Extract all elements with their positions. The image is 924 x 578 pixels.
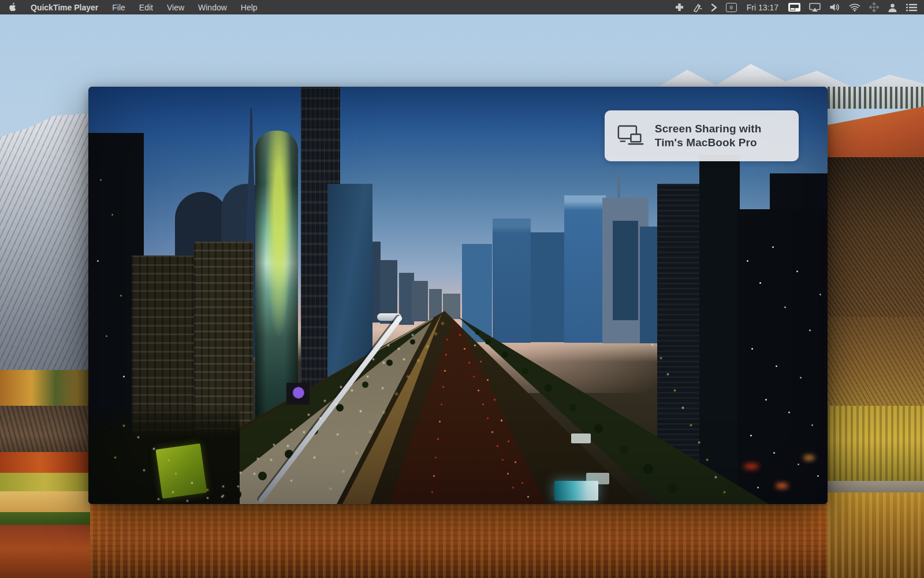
wallpaper-orange-slope-right <box>828 106 924 160</box>
calendar-icon[interactable]: 9 <box>726 0 737 14</box>
apple-logo-icon <box>9 2 17 12</box>
menu-bar: QuickTime Player File Edit View Window H… <box>0 0 924 14</box>
wallpaper-autumn-treeline <box>0 370 90 408</box>
wallpaper-lake-gold-reflection <box>828 492 924 578</box>
wallpaper-yellow-bushes-left <box>0 473 90 494</box>
screen-sharing-overlay: Screen Sharing with Tim's MacBook Pro <box>605 110 799 161</box>
calendar-day-number: 9 <box>730 5 733 10</box>
wallpaper-lake <box>0 492 924 578</box>
list-icon[interactable] <box>906 0 917 14</box>
screen-sharing-overlay-text: Screen Sharing with Tim's MacBook Pro <box>655 122 788 150</box>
wallpaper-lake-red-reflection <box>0 525 90 578</box>
wallpaper-gold-scrub-right <box>828 317 924 407</box>
wallpaper-yellow-bushes-right <box>828 406 924 482</box>
menu-window[interactable]: Window <box>198 3 227 12</box>
desktop: Screen Sharing with Tim's MacBook Pro Qu… <box>0 0 924 578</box>
move-icon[interactable] <box>869 0 879 14</box>
apple-menu[interactable] <box>9 2 17 12</box>
wallpaper-ridge-trees-right <box>828 87 924 109</box>
screen-sharing-active-icon[interactable] <box>788 0 800 14</box>
wallpaper-red-bushes <box>0 452 90 475</box>
wallpaper-sandy-shore <box>0 491 90 513</box>
volume-icon[interactable] <box>829 0 840 14</box>
wallpaper-shore-right <box>828 481 924 494</box>
pen-icon[interactable] <box>692 0 702 14</box>
user-icon[interactable] <box>888 0 897 14</box>
menu-bar-status-area: 9 Fri 13:17 <box>675 0 924 14</box>
wifi-icon[interactable] <box>849 0 860 14</box>
menu-bar-left: QuickTime Player File Edit View Window H… <box>0 2 258 12</box>
chevron-right-icon[interactable] <box>711 0 717 14</box>
menu-clock[interactable]: Fri 13:17 <box>746 3 780 12</box>
screen-sharing-devices-icon <box>617 124 646 148</box>
menu-file[interactable]: File <box>112 3 125 12</box>
wallpaper-snow-mountain-left <box>0 113 90 378</box>
wallpaper-rocky-hill <box>0 406 90 454</box>
airplay-icon[interactable] <box>809 0 821 14</box>
menu-view[interactable]: View <box>167 3 184 12</box>
plus-icon[interactable] <box>675 0 684 14</box>
menu-help[interactable]: Help <box>241 3 258 12</box>
menu-quicktime-player[interactable]: QuickTime Player <box>31 3 98 12</box>
menu-edit[interactable]: Edit <box>139 3 153 12</box>
wallpaper-scrub-hill-right <box>828 157 924 318</box>
quicktime-screen-sharing-window[interactable]: Screen Sharing with Tim's MacBook Pro <box>88 87 828 504</box>
